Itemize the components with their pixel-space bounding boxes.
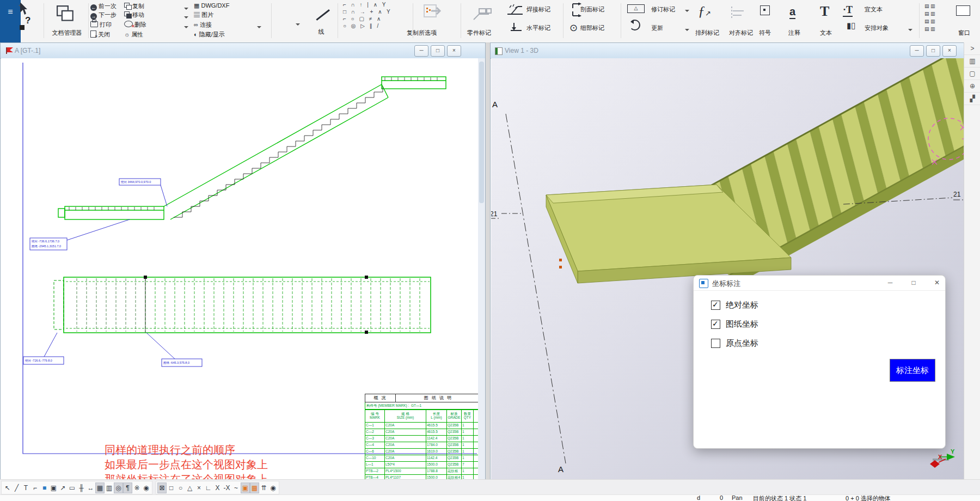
dialog-minimize-button[interactable]: ─ (885, 278, 895, 288)
symbol-label[interactable]: 符号 (756, 29, 774, 37)
picture-button[interactable]: ▤ 图片 (194, 11, 213, 19)
view-minimize-button[interactable]: ─ (910, 45, 924, 57)
visibility-icon[interactable]: ◉ (142, 482, 151, 493)
revision-dropdown[interactable] (685, 7, 689, 14)
update-label[interactable]: 更新 (651, 24, 663, 32)
hide-show-button[interactable]: ◐ 隐藏/显示 (194, 30, 225, 39)
snap-priority-icon[interactable]: ⇈ (259, 482, 268, 493)
snap-extension-icon[interactable]: X (213, 482, 222, 493)
applications-icon[interactable]: ▞ (964, 93, 980, 105)
delete-button[interactable]: × 删除 (124, 21, 146, 29)
symbol-button[interactable] (760, 5, 770, 16)
color-swatch-icon[interactable] (20, 25, 24, 30)
snap-perpendicular-icon[interactable]: ∟ (204, 482, 213, 493)
line-tool-button[interactable] (315, 10, 331, 16)
line-label[interactable]: 线 (315, 28, 328, 36)
color-fill-icon[interactable]: ■ (40, 482, 49, 493)
window-button[interactable] (956, 5, 970, 17)
text-tool-icon[interactable]: T (21, 482, 30, 493)
section-mark-label[interactable]: 剖面标记 (580, 5, 604, 14)
update-dropdown[interactable] (685, 26, 689, 33)
coordinate-annotations[interactable]: 绝对 3464,970.0,970.0 绝对 -736.6,1736.7,0 图… (23, 179, 202, 366)
arrange-objects-dropdown[interactable] (908, 26, 912, 33)
section-line[interactable] (506, 114, 566, 463)
sketch-tools-row2[interactable]: □ ∩ → + ∧ Y (343, 8, 392, 15)
mark-tool-icon[interactable]: ⌐ (30, 482, 40, 493)
delete-dropdown[interactable] (184, 23, 188, 30)
snap-center-icon[interactable]: ○ (176, 482, 185, 493)
drawing-minimize-button[interactable]: ─ (414, 45, 428, 57)
origin-coords-checkbox[interactable] (711, 339, 720, 348)
symbol-select-icon[interactable]: ▣ (49, 482, 58, 493)
snap-visibility-icon[interactable]: ◉ (268, 482, 278, 493)
link-button[interactable]: ∞ 连接 (194, 21, 212, 29)
snap-endpoint-icon[interactable]: □ (167, 482, 176, 493)
line-dropdown[interactable] (296, 21, 300, 27)
dialog-close-button[interactable]: ✕ (932, 278, 942, 288)
absolute-coords-option[interactable]: 绝对坐标 (711, 300, 758, 310)
next-button[interactable]: → 下一步 (90, 11, 117, 20)
component-library-icon[interactable]: ▥ (964, 55, 980, 68)
drawing-canvas[interactable]: 绝对 3464,970.0,970.0 绝对 -736.6,1736.7,0 图… (1, 58, 478, 479)
dwg-dxf-button[interactable]: ▦ DWG/DXF (194, 2, 229, 9)
snap-points-icon[interactable]: ⊠ (157, 482, 167, 493)
copy-dropdown[interactable] (184, 5, 188, 11)
snap-nearest-icon[interactable]: -X (222, 482, 231, 493)
text-button[interactable]: T (820, 3, 829, 20)
panel-layout-icon[interactable]: ▢ (964, 68, 980, 80)
drawing-close-button[interactable]: × (447, 45, 461, 57)
dialog-maximize-button[interactable]: □ (909, 278, 918, 288)
link-dropdown[interactable] (257, 23, 261, 30)
text-along-line-button[interactable]: ·T (843, 4, 853, 17)
select-cursor-button[interactable] (19, 2, 23, 9)
origin-coords-option[interactable]: 原点坐标 (711, 338, 758, 349)
detail-mark-label[interactable]: 细部标记 (580, 24, 604, 32)
axis-select-icon[interactable]: ↔ (86, 482, 95, 493)
detail-mark-button[interactable]: ⊙ (569, 22, 578, 34)
move-button[interactable]: 移动 (124, 11, 144, 19)
arrange-mark-label[interactable]: 排列标记 (690, 29, 724, 37)
dimension-select-icon[interactable]: ↗ (58, 482, 68, 493)
model-handle-dot[interactable] (559, 266, 562, 268)
print-button[interactable]: 打印 (90, 21, 112, 29)
sketch-tools-row4[interactable]: ○ ◎ ▷ ∥ / (343, 22, 380, 29)
update-button[interactable] (629, 20, 640, 32)
select-switch-icon[interactable]: ↖ (3, 482, 12, 493)
snap-intersection-icon[interactable]: × (194, 482, 204, 493)
revision-mark-button[interactable]: △ (627, 4, 645, 13)
model-handle-dot[interactable] (559, 259, 562, 261)
grid-on-icon[interactable]: ▦ (95, 482, 105, 493)
close-drawing-button[interactable]: × 关闭 (90, 30, 110, 39)
view-close-button[interactable]: × (942, 45, 957, 57)
properties-button[interactable]: ☼ 属性 (124, 30, 143, 39)
arrange-objects-label[interactable]: 安排对象 (865, 24, 889, 32)
snap-ortho-icon[interactable]: ▣ (241, 482, 250, 493)
drawing-coords-option[interactable]: 图纸坐标 (711, 319, 758, 329)
drawing-window-titlebar[interactable]: A [GT-.1] ─ □ × (1, 43, 485, 59)
view-3d-titlebar[interactable]: View 1 - 3D ─ □ × (491, 43, 964, 59)
grid-select-icon[interactable]: ╫ (77, 482, 86, 493)
part-mark-label[interactable]: 零件标记 (462, 29, 497, 37)
window-arrange-icons[interactable]: ▤ ▥▤ ▥▤ ▥▤ ▥ (924, 2, 935, 33)
help-button[interactable]: ? (25, 15, 30, 26)
scrollbar-thumb[interactable] (479, 62, 484, 203)
drawing-restore-button[interactable]: □ (431, 45, 445, 57)
annotation-label[interactable]: 注释 (785, 29, 804, 37)
absolute-coords-checkbox[interactable] (711, 301, 720, 310)
previous-button[interactable]: ← 前一次 (90, 2, 117, 11)
copy-selected-label[interactable]: 复制所选项 (399, 29, 445, 37)
document-manager-label[interactable]: 文档管理器 (48, 29, 86, 37)
collapse-panel-icon[interactable]: > (964, 42, 980, 55)
copy-button[interactable]: 复制 (124, 2, 144, 10)
align-mark-label[interactable]: 对齐标记 (724, 29, 758, 37)
level-mark-label[interactable]: 水平标记 (526, 24, 550, 32)
revision-mark-label[interactable]: 修订标记 (651, 5, 675, 14)
view-restore-button[interactable]: □ (926, 45, 940, 57)
sketch-tools-row3[interactable]: ⌐ ○ ▢ ≠ ∧ (343, 15, 382, 22)
window-select-icon[interactable]: ▭ (68, 482, 77, 493)
window-label[interactable]: 窗口 (956, 29, 972, 37)
dialog-titlebar[interactable]: 坐标标注 ─ □ ✕ (694, 276, 945, 291)
weld-mark-label[interactable]: 焊接标记 (526, 5, 550, 14)
snap-midpoint-icon[interactable]: △ (185, 482, 194, 493)
grid-faint-icon[interactable]: ▥ (105, 482, 114, 493)
